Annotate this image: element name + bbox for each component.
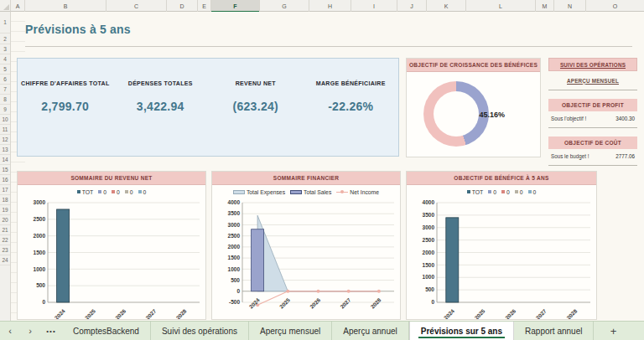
kpi-value: -22.26% xyxy=(304,100,399,113)
column-headers: ABCDEFGHIJKLMNO xyxy=(11,0,644,12)
legend-item: 0 xyxy=(138,189,147,195)
net-revenue-chart-panel[interactable]: SOMMAIRE DU REVENU NET TOT0000 050010001… xyxy=(17,171,206,320)
legend-line-swatch xyxy=(336,190,348,194)
svg-text:2024: 2024 xyxy=(54,307,66,320)
column-header-a[interactable]: A xyxy=(11,0,25,12)
financial-summary-chart-title: SOMMAIRE FINANCIER xyxy=(212,172,400,185)
profit-objective-chart-panel[interactable]: OBJECTIF DE BÉNÉFICE À 5 ANS TOT0000 050… xyxy=(406,171,597,320)
column-header-n[interactable]: N xyxy=(554,0,586,12)
add-sheet-button[interactable]: + xyxy=(594,322,632,340)
row-header-22[interactable]: 22 xyxy=(0,235,10,245)
legend-swatch xyxy=(77,190,80,193)
legend-item: 0 xyxy=(112,189,120,195)
column-header-f[interactable]: F xyxy=(211,0,260,12)
svg-text:3500: 3500 xyxy=(228,210,241,216)
legend-item: TOT xyxy=(467,189,483,195)
legend-item: 0 xyxy=(125,189,133,195)
column-header-c[interactable]: C xyxy=(106,0,167,12)
legend-item: Net Income xyxy=(336,189,379,195)
sheet-overflow-button[interactable]: ••• xyxy=(40,322,62,340)
profit-objective-header: OBJECTIF DE PROFIT xyxy=(548,99,637,111)
row-header-7[interactable]: 7 xyxy=(0,85,10,95)
svg-text:0: 0 xyxy=(431,299,434,305)
row-header-18[interactable]: 18 xyxy=(0,195,10,205)
kpi-metric: DÉPENSES TOTALES3,422.94 xyxy=(113,80,209,156)
column-header-k[interactable]: K xyxy=(427,0,466,12)
sidebar-divider xyxy=(548,90,637,90)
row-header-15[interactable]: 15 xyxy=(0,165,10,175)
svg-text:3000: 3000 xyxy=(423,224,435,230)
svg-text:2026: 2026 xyxy=(114,307,127,320)
svg-text:2500: 2500 xyxy=(34,216,46,222)
row-header-4[interactable]: 4 xyxy=(0,54,10,64)
svg-text:-500: -500 xyxy=(229,299,240,305)
operations-tracking-link[interactable]: SUIVI DES OPÉRATIONS xyxy=(548,58,637,71)
row-header-23[interactable]: 23 xyxy=(0,245,10,255)
objective-value: 3400.30 xyxy=(615,116,635,121)
row-header-9[interactable]: 9 xyxy=(0,105,10,115)
row-header-11[interactable]: 11 xyxy=(0,125,10,135)
column-header-e[interactable]: E xyxy=(198,0,211,12)
sheet-tab-suivi-des-op-rations[interactable]: Suivi des opérations xyxy=(151,322,249,340)
sheet-tab-aper-u-annuel[interactable]: Aperçu annuel xyxy=(332,322,409,340)
title-divider xyxy=(25,46,632,47)
column-header-b[interactable]: B xyxy=(25,0,106,12)
row-header-14[interactable]: 14 xyxy=(0,155,10,165)
row-header-13[interactable]: 13 xyxy=(0,145,10,155)
legend-swatch xyxy=(233,190,245,194)
donut-panel-title: OBJECTIF DE CROISSANCE DES BÉNÉFICES xyxy=(407,59,540,72)
column-header-l[interactable]: L xyxy=(466,0,536,12)
sheet-tab-pr-visions-sur-5-ans[interactable]: Prévisions sur 5 ans xyxy=(409,322,514,340)
legend-label: 0 xyxy=(493,189,496,195)
row-header-19[interactable]: 19 xyxy=(0,205,10,215)
row-header-10[interactable]: 10 xyxy=(0,115,10,125)
sheet-tab-comptesbackend[interactable]: ComptesBackend xyxy=(62,322,151,340)
legend-item: 0 xyxy=(501,189,510,195)
row-header-17[interactable]: 17 xyxy=(0,185,10,195)
column-header-d[interactable]: D xyxy=(167,0,198,12)
objective-status: Sous le budget ! xyxy=(551,153,589,159)
kpi-card: CHIFFRE D'AFFAIRES TOTAL2,799.70DÉPENSES… xyxy=(17,58,399,157)
legend-item: 0 xyxy=(98,189,106,195)
row-header-1[interactable]: 1 xyxy=(0,12,10,33)
svg-text:2026: 2026 xyxy=(504,307,517,320)
legend-swatch xyxy=(290,190,302,194)
svg-text:0: 0 xyxy=(42,299,45,305)
row-header-20[interactable]: 20 xyxy=(0,215,10,225)
row-header-21[interactable]: 21 xyxy=(0,225,10,235)
next-sheet-button[interactable]: › xyxy=(20,322,40,340)
prev-sheet-button[interactable]: ‹ xyxy=(0,322,20,340)
page-title: Prévisions à 5 ans xyxy=(25,23,131,36)
row-header-6[interactable]: 6 xyxy=(0,75,10,85)
svg-text:2025: 2025 xyxy=(84,307,96,320)
sidebar: SUIVI DES OPÉRATIONSAPERÇU MENSUELOBJECT… xyxy=(548,58,637,166)
kpi-metric: CHIFFRE D'AFFAIRES TOTAL2,799.70 xyxy=(18,80,113,156)
select-all-corner[interactable] xyxy=(0,0,11,12)
donut-value-label: 45.16% xyxy=(479,111,505,119)
row-header-2[interactable]: 2 xyxy=(0,33,10,44)
sheet-tab-rapport-annuel[interactable]: Rapport annuel xyxy=(514,322,594,340)
net-revenue-chart-title: SOMMAIRE DU REVENU NET xyxy=(18,172,205,185)
legend-label: 0 xyxy=(506,189,510,195)
legend-item: Total Sales xyxy=(290,189,331,195)
column-header-h[interactable]: H xyxy=(309,0,351,12)
column-header-i[interactable]: I xyxy=(351,0,397,12)
legend-swatch xyxy=(125,190,128,193)
sheet-tab-aper-u-mensuel[interactable]: Aperçu mensuel xyxy=(249,322,332,340)
row-header-8[interactable]: 8 xyxy=(0,95,10,105)
row-header-16[interactable]: 16 xyxy=(0,175,10,185)
column-header-m[interactable]: M xyxy=(536,0,554,12)
row-header-5[interactable]: 5 xyxy=(0,64,10,75)
column-header-j[interactable]: J xyxy=(397,0,427,12)
monthly-overview-link[interactable]: APERÇU MENSUEL xyxy=(548,74,637,87)
svg-text:500: 500 xyxy=(425,286,434,292)
kpi-label: DÉPENSES TOTALES xyxy=(113,80,209,86)
row-header-24[interactable]: 24 xyxy=(0,255,10,265)
row-header-12[interactable]: 12 xyxy=(0,135,10,145)
row-header-3[interactable]: 3 xyxy=(0,44,10,54)
financial-summary-chart-panel[interactable]: SOMMAIRE FINANCIER Total ExpensesTotal S… xyxy=(211,171,401,320)
legend-item: 0 xyxy=(528,189,537,195)
profit-growth-donut-panel[interactable]: OBJECTIF DE CROISSANCE DES BÉNÉFICES 45.… xyxy=(406,58,541,157)
column-header-o[interactable]: O xyxy=(586,0,644,12)
column-header-g[interactable]: G xyxy=(260,0,309,12)
